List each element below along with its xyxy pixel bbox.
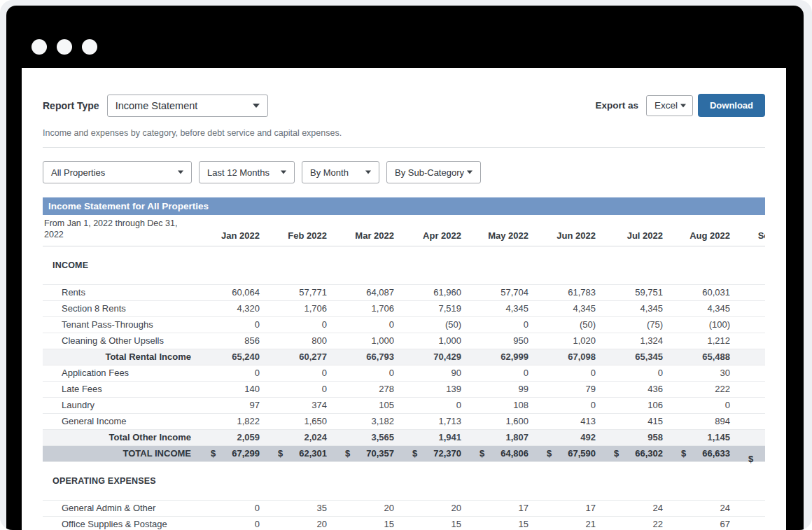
date-range-label: From Jan 1, 2022 through Dec 31, 2022 (43, 215, 198, 246)
cell-value (736, 365, 765, 381)
row-label: General Admin & Other (43, 500, 198, 516)
window-control-dot[interactable] (82, 39, 97, 55)
chevron-down-icon (680, 104, 686, 107)
cell-value: 1,212 (668, 333, 736, 349)
report-type-value: Income Statement (115, 100, 198, 111)
date-range-filter-select[interactable]: Last 12 Months (199, 161, 295, 183)
browser-window-chrome: Report Type Income Statement Export as E… (6, 6, 804, 530)
cell-value: 139 (400, 381, 467, 397)
cell-value: 59,751 (601, 284, 668, 300)
period-filter-select[interactable]: By Month (302, 161, 379, 183)
column-header-month: Aug 2022 (668, 215, 736, 246)
cell-value: 278 (332, 381, 400, 397)
cell-value: 1,713 (400, 413, 467, 429)
column-header-month: Sep 2022 (736, 215, 765, 246)
cell-value: 1,706 (265, 300, 332, 316)
cell-value: 958 (601, 429, 668, 445)
cell-value: 67,098 (534, 349, 601, 365)
column-header-month: Jul 2022 (601, 215, 668, 246)
cell-value: 17 (467, 500, 534, 516)
currency-symbol: $ (681, 448, 686, 459)
chevron-down-icon (178, 171, 183, 174)
cell-value: 20 (400, 500, 467, 516)
cell-value: 21 (534, 516, 601, 530)
cell-value: 20 (332, 500, 400, 516)
cell-value: (100) (668, 316, 736, 333)
category-filter-select[interactable]: By Sub-Category (386, 161, 481, 183)
cell-value: 2,024 (265, 429, 332, 445)
currency-symbol: $ (211, 448, 216, 459)
cell-value: 65,488 (668, 349, 736, 365)
cell-value (736, 316, 765, 333)
chevron-down-icon (281, 171, 286, 174)
cell-value: 492 (534, 429, 601, 445)
cell-value: 15 (332, 516, 400, 530)
export-format-select[interactable]: Excel (646, 95, 693, 116)
cell-value: 0 (467, 316, 534, 333)
section-header-row: INCOME (43, 246, 765, 284)
cell-value: 105 (332, 397, 400, 413)
table-row: Tenant Pass-Throughs000(50)0(50)(75)(100… (43, 316, 765, 333)
download-button[interactable]: Download (698, 94, 765, 117)
row-label: Cleaning & Other Upsells (43, 333, 198, 349)
statement-table-container: From Jan 1, 2022 through Dec 31, 2022 Ja… (43, 215, 765, 530)
report-toolbar: Report Type Income Statement Export as E… (43, 94, 765, 117)
cell-value: 106 (601, 397, 668, 413)
cell-value: 15 (400, 516, 467, 530)
row-label: TOTAL INCOME (43, 445, 198, 461)
cell-value: 1,000 (400, 333, 467, 349)
cell-value: 222 (668, 381, 736, 397)
cell-value: 0 (198, 500, 265, 516)
cell-value: 1,600 (467, 413, 534, 429)
table-row: Cleaning & Other Upsells8568001,0001,000… (43, 333, 765, 349)
table-row: Application Fees0009000030 (43, 365, 765, 381)
cell-value: 1,000 (332, 333, 400, 349)
row-label: Application Fees (43, 365, 198, 381)
cell-value: 856 (198, 333, 265, 349)
section-title: OPERATING EXPENSES (43, 461, 765, 500)
report-type-label: Report Type (43, 100, 99, 111)
currency-symbol: $ (278, 448, 283, 459)
section-title: INCOME (43, 246, 765, 284)
table-row: Total Rental Income65,24060,27766,79370,… (43, 349, 765, 365)
row-label: Total Rental Income (43, 349, 198, 365)
cell-value: 0 (400, 397, 467, 413)
row-label: General Income (43, 413, 198, 429)
cell-value (736, 381, 765, 397)
cell-value: 1,706 (332, 300, 400, 316)
column-header-month: Jan 2022 (198, 215, 265, 246)
table-row: TOTAL INCOME$67,299$62,301$70,357$72,370… (43, 445, 765, 461)
column-header-month: Feb 2022 (265, 215, 332, 246)
cell-value: 0 (198, 316, 265, 333)
currency-symbol: $ (614, 448, 619, 459)
date-range-filter-value: Last 12 Months (207, 167, 270, 178)
cell-value: $ (736, 445, 765, 461)
chevron-down-icon (365, 171, 371, 174)
table-row: General Admin & Other035202017172424 (43, 500, 765, 516)
currency-symbol: $ (547, 448, 552, 459)
cell-value: 950 (467, 333, 534, 349)
row-label: Office Supplies & Postage (43, 516, 198, 530)
report-type-select[interactable]: Income Statement (107, 95, 268, 117)
properties-filter-select[interactable]: All Properties (43, 161, 192, 183)
divider (43, 147, 765, 148)
row-label: Section 8 Rents (43, 300, 198, 316)
cell-value: 79 (534, 381, 601, 397)
cell-value: 2,059 (198, 429, 265, 445)
window-control-dot[interactable] (57, 39, 72, 55)
cell-value: 140 (198, 381, 265, 397)
cell-value: 97 (198, 397, 265, 413)
period-filter-value: By Month (310, 167, 349, 178)
window-control-dot[interactable] (31, 39, 47, 55)
table-row: Total Other Income2,0592,0243,5651,9411,… (43, 429, 765, 445)
report-description: Income and expenses by category, before … (43, 128, 765, 138)
cell-value: $67,590 (534, 445, 601, 461)
filter-bar: All Properties Last 12 Months By Month B… (43, 161, 765, 183)
cell-value: 4,345 (601, 300, 668, 316)
cell-value (736, 429, 765, 445)
table-row: Rents60,06457,77164,08761,96057,70461,78… (43, 284, 765, 300)
cell-value (736, 500, 765, 516)
cell-value: 1,145 (668, 429, 736, 445)
row-label: Tenant Pass-Throughs (43, 316, 198, 333)
cell-value: 65,240 (198, 349, 265, 365)
